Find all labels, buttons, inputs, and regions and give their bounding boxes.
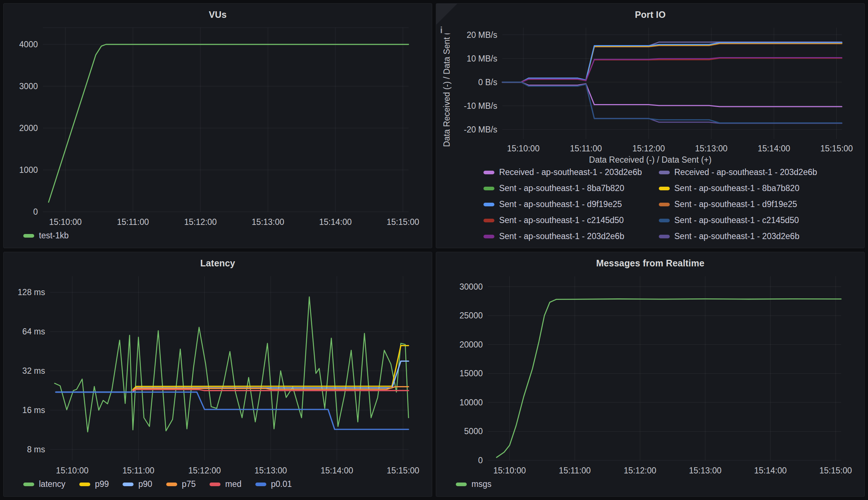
series-color-marker-icon xyxy=(123,483,134,486)
svg-text:15:11:00: 15:11:00 xyxy=(117,217,149,227)
series-color-marker-icon xyxy=(23,234,34,238)
panel-info-corner[interactable]: i xyxy=(436,4,457,25)
series-color-marker-icon xyxy=(483,203,494,206)
legend-item[interactable]: p99 xyxy=(79,479,109,489)
svg-text:15:11:00: 15:11:00 xyxy=(559,466,591,475)
series-color-marker-icon xyxy=(483,171,494,174)
legend-item-label: Received - ap-southeast-1 - 203d2e6b xyxy=(499,167,642,177)
x-axis: 15:10:0015:11:0015:12:0015:13:0015:14:00… xyxy=(493,466,852,475)
svg-text:15:11:00: 15:11:00 xyxy=(123,466,155,475)
dashboard-grid: VUs 0100020003000400015:10:0015:11:0015:… xyxy=(0,0,868,500)
svg-text:10 MB/s: 10 MB/s xyxy=(467,54,497,63)
svg-text:15:13:00: 15:13:00 xyxy=(695,144,728,153)
series-color-marker-icon xyxy=(659,235,670,238)
panel-latency: Latency 8 ms16 ms32 ms64 ms128 ms15:10:0… xyxy=(3,252,432,497)
series-line xyxy=(502,43,842,82)
svg-text:15:11:00: 15:11:00 xyxy=(570,144,602,153)
legend-item[interactable]: Sent - ap-southeast-1 - 203d2e6b xyxy=(659,231,817,241)
legend-item[interactable]: Sent - ap-southeast-1 - d9f19e25 xyxy=(483,199,642,209)
x-axis-label: Data Received (-) / Data Sent (+) xyxy=(436,155,864,167)
legend-item-label: Sent - ap-southeast-1 - c2145d50 xyxy=(499,215,624,225)
series-line xyxy=(49,44,409,202)
svg-text:15000: 15000 xyxy=(459,369,483,378)
svg-text:20 MB/s: 20 MB/s xyxy=(467,30,497,40)
panel-title[interactable]: Messages from Realtime xyxy=(436,252,864,271)
legend-item[interactable]: p90 xyxy=(123,479,152,489)
svg-text:15:12:00: 15:12:00 xyxy=(624,466,657,475)
legend-item-label: p0.01 xyxy=(271,479,292,489)
x-axis: 15:10:0015:11:0015:12:0015:13:0015:14:00… xyxy=(507,144,853,153)
chart-canvas: 05000100001500020000250003000015:10:0015… xyxy=(436,271,864,477)
svg-text:15:12:00: 15:12:00 xyxy=(184,217,217,227)
svg-text:3000: 3000 xyxy=(19,82,38,91)
series-line xyxy=(502,43,842,82)
svg-text:25000: 25000 xyxy=(459,311,483,320)
legend-item-label: p90 xyxy=(138,479,152,489)
series-line xyxy=(497,299,841,457)
svg-text:-10 MB/s: -10 MB/s xyxy=(464,101,497,111)
svg-text:15:12:00: 15:12:00 xyxy=(632,144,665,153)
series-color-marker-icon xyxy=(483,235,494,238)
legend-item[interactable]: Sent - ap-southeast-1 - 8ba7b820 xyxy=(659,183,817,193)
series-color-marker-icon xyxy=(456,483,467,486)
panel-title[interactable]: VUs xyxy=(4,4,432,23)
svg-text:15:14:00: 15:14:00 xyxy=(320,466,353,475)
legend-item[interactable]: Sent - ap-southeast-1 - c2145d50 xyxy=(659,215,817,225)
svg-text:0: 0 xyxy=(478,456,483,465)
panel-title[interactable]: Latency xyxy=(4,252,432,271)
svg-text:0 B/s: 0 B/s xyxy=(478,78,497,87)
svg-text:32 ms: 32 ms xyxy=(22,366,45,376)
svg-text:20000: 20000 xyxy=(459,340,483,349)
legend-item[interactable]: Received - ap-southeast-1 - 203d2e6b xyxy=(659,167,817,177)
legend-item[interactable]: latency xyxy=(23,479,65,489)
svg-text:5000: 5000 xyxy=(464,426,483,436)
y-axis: 01000200030004000 xyxy=(19,40,38,217)
chart-canvas: 0100020003000400015:10:0015:11:0015:12:0… xyxy=(4,23,432,229)
latency-chart-area[interactable]: 8 ms16 ms32 ms64 ms128 ms15:10:0015:11:0… xyxy=(4,271,432,477)
messages-chart-area[interactable]: 05000100001500020000250003000015:10:0015… xyxy=(436,271,864,477)
legend-item[interactable]: Sent - ap-southeast-1 - d9f19e25 xyxy=(659,199,817,209)
svg-text:10000: 10000 xyxy=(459,398,483,407)
svg-text:16 ms: 16 ms xyxy=(22,405,45,415)
latency-legend: latencyp99p90p75medp0.01 xyxy=(4,477,432,496)
legend-item-label: Sent - ap-southeast-1 - 203d2e6b xyxy=(674,231,800,241)
legend-item-label: test-1kb xyxy=(39,231,69,241)
series-color-marker-icon xyxy=(79,483,90,486)
series-line xyxy=(502,43,842,82)
legend-item[interactable]: Sent - ap-southeast-1 - 203d2e6b xyxy=(483,231,642,241)
gridlines xyxy=(43,28,409,212)
svg-text:15:14:00: 15:14:00 xyxy=(758,144,791,153)
legend-item-label: Sent - ap-southeast-1 - 203d2e6b xyxy=(499,231,624,241)
y-axis: 20 MB/s10 MB/s0 B/s-10 MB/s-20 MB/s xyxy=(464,30,497,134)
svg-text:15:14:00: 15:14:00 xyxy=(319,217,352,227)
legend-item[interactable]: Sent - ap-southeast-1 - c2145d50 xyxy=(483,215,642,225)
series-line xyxy=(502,82,842,123)
legend-item[interactable]: msgs xyxy=(456,479,491,489)
legend-item-label: p99 xyxy=(95,479,109,489)
svg-text:-20 MB/s: -20 MB/s xyxy=(464,125,497,134)
svg-text:128 ms: 128 ms xyxy=(18,287,45,297)
panel-messages: Messages from Realtime 05000100001500020… xyxy=(436,252,865,497)
legend-item[interactable]: med xyxy=(210,479,242,489)
panel-title[interactable]: Port IO xyxy=(436,4,864,23)
legend-item[interactable]: Sent - ap-southeast-1 - 8ba7b820 xyxy=(483,183,642,193)
legend-item[interactable]: Received - ap-southeast-1 - 203d2e6b xyxy=(483,167,642,177)
legend-item-label: p75 xyxy=(182,479,196,489)
vus-chart-area[interactable]: 0100020003000400015:10:0015:11:0015:12:0… xyxy=(4,23,432,229)
svg-text:15:10:00: 15:10:00 xyxy=(56,466,89,475)
series-color-marker-icon xyxy=(166,483,177,486)
legend-item[interactable]: test-1kb xyxy=(23,231,69,241)
x-axis: 15:10:0015:11:0015:12:0015:13:0015:14:00… xyxy=(56,466,419,475)
legend-item[interactable]: p0.01 xyxy=(255,479,292,489)
svg-text:2000: 2000 xyxy=(19,123,38,133)
legend-item-label: msgs xyxy=(471,479,491,489)
legend-item-label: latency xyxy=(39,479,65,489)
series-color-marker-icon xyxy=(659,219,670,222)
legend-item[interactable]: p75 xyxy=(166,479,196,489)
svg-text:15:10:00: 15:10:00 xyxy=(49,217,82,227)
info-icon: i xyxy=(440,25,442,35)
svg-text:30000: 30000 xyxy=(459,282,483,291)
panel-vus: VUs 0100020003000400015:10:0015:11:0015:… xyxy=(3,3,432,248)
svg-text:15:10:00: 15:10:00 xyxy=(493,466,526,475)
port-io-chart-area[interactable]: Data Received (-) / Data Sent (+) 20 MB/… xyxy=(436,23,864,155)
